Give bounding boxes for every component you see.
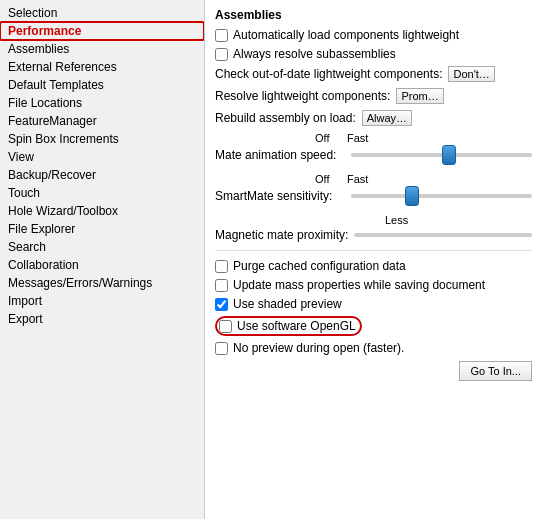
rebuild-button[interactable]: Alway… <box>362 110 412 126</box>
label-always-resolve: Always resolve subassemblies <box>233 47 396 61</box>
checkbox-row-always-resolve: Always resolve subassemblies <box>215 47 532 61</box>
mate-animation-fast-label: Fast <box>347 132 375 144</box>
checkbox-row-auto-load-lightweight: Automatically load components lightweigh… <box>215 28 532 42</box>
resolve-button[interactable]: Prom… <box>396 88 443 104</box>
less-label: Less <box>385 214 408 226</box>
checkbox-row-purge: Purge cached configuration data <box>215 259 532 273</box>
section-title: Assemblies <box>215 8 532 22</box>
check-out-button[interactable]: Don't… <box>448 66 494 82</box>
resolve-label: Resolve lightweight components: <box>215 89 390 103</box>
sidebar-item-featuremanager[interactable]: FeatureManager <box>0 112 204 130</box>
goto-button[interactable]: Go To In... <box>459 361 532 381</box>
checkbox-purge[interactable] <box>215 260 228 273</box>
smartmate-fast-label: Fast <box>347 173 375 185</box>
mate-animation-label: Mate animation speed: <box>215 148 345 162</box>
sidebar-item-spin-box-increments[interactable]: Spin Box Increments <box>0 130 204 148</box>
bottom-row: Go To In... <box>215 361 532 381</box>
smartmate-off-label: Off <box>315 173 343 185</box>
circled-wrapper-use-software: Use software OpenGL <box>215 316 362 336</box>
sidebar-item-performance[interactable]: Performance <box>0 22 204 40</box>
label-update-mass: Update mass properties while saving docu… <box>233 278 485 292</box>
checkbox-row-use-shaded: Use shaded preview <box>215 297 532 311</box>
sidebar: SelectionPerformanceAssembliesExternal R… <box>0 0 205 519</box>
smartmate-labels: OffFast <box>215 173 532 185</box>
sidebar-item-import[interactable]: Import <box>0 292 204 310</box>
sidebar-item-backup-recover[interactable]: Backup/Recover <box>0 166 204 184</box>
sidebar-item-messages-errors-warnings[interactable]: Messages/Errors/Warnings <box>0 274 204 292</box>
smartmate-container: OffFastSmartMate sensitivity: <box>215 173 532 206</box>
mate-animation-off-label: Off <box>315 132 343 144</box>
mate-animation-row: Mate animation speed: <box>215 145 532 165</box>
checkbox-use-software[interactable] <box>219 320 232 333</box>
sidebar-item-collaboration[interactable]: Collaboration <box>0 256 204 274</box>
checkbox-use-shaded[interactable] <box>215 298 228 311</box>
sidebar-item-hole-wizard-toolbox[interactable]: Hole Wizard/Toolbox <box>0 202 204 220</box>
magnetic-mate-track[interactable] <box>354 233 532 237</box>
sidebar-item-file-locations[interactable]: File Locations <box>0 94 204 112</box>
smartmate-label: SmartMate sensitivity: <box>215 189 345 203</box>
sidebar-item-assemblies[interactable]: Assemblies <box>0 40 204 58</box>
checkbox-row-update-mass: Update mass properties while saving docu… <box>215 278 532 292</box>
label-use-software: Use software OpenGL <box>237 319 356 333</box>
sidebar-item-touch[interactable]: Touch <box>0 184 204 202</box>
resolve-row: Resolve lightweight components:Prom… <box>215 88 532 104</box>
mate-animation-container: OffFastMate animation speed: <box>215 132 532 165</box>
checkbox-auto-load-lightweight[interactable] <box>215 29 228 42</box>
smartmate-row: SmartMate sensitivity: <box>215 186 532 206</box>
mate-animation-track[interactable] <box>351 145 532 165</box>
label-purge: Purge cached configuration data <box>233 259 406 273</box>
smartmate-thumb[interactable] <box>405 186 419 206</box>
rebuild-label: Rebuild assembly on load: <box>215 111 356 125</box>
sidebar-item-default-templates[interactable]: Default Templates <box>0 76 204 94</box>
sidebar-item-search[interactable]: Search <box>0 238 204 256</box>
magnetic-mate-label: Magnetic mate proximity: <box>215 228 348 242</box>
sidebar-item-selection[interactable]: Selection <box>0 4 204 22</box>
sidebar-item-external-references[interactable]: External References <box>0 58 204 76</box>
sidebar-item-file-explorer[interactable]: File Explorer <box>0 220 204 238</box>
label-auto-load-lightweight: Automatically load components lightweigh… <box>233 28 459 42</box>
rebuild-row: Rebuild assembly on load:Alway… <box>215 110 532 126</box>
label-no-preview: No preview during open (faster). <box>233 341 404 355</box>
checkbox-no-preview[interactable] <box>215 342 228 355</box>
smartmate-track[interactable] <box>351 186 532 206</box>
sidebar-item-export[interactable]: Export <box>0 310 204 328</box>
checkbox-row-no-preview: No preview during open (faster). <box>215 341 532 355</box>
mate-animation-labels: OffFast <box>215 132 532 144</box>
content-panel: AssembliesAutomatically load components … <box>205 0 542 519</box>
less-label-container: Less <box>215 214 532 226</box>
check-out-row: Check out-of-date lightweight components… <box>215 66 532 82</box>
checkbox-update-mass[interactable] <box>215 279 228 292</box>
sidebar-item-view[interactable]: View <box>0 148 204 166</box>
check-out-label: Check out-of-date lightweight components… <box>215 67 442 81</box>
checkbox-always-resolve[interactable] <box>215 48 228 61</box>
magnetic-mate-row: Magnetic mate proximity: <box>215 228 532 242</box>
mate-animation-thumb[interactable] <box>442 145 456 165</box>
checkbox-row-use-software: Use software OpenGL <box>215 316 532 336</box>
label-use-shaded: Use shaded preview <box>233 297 342 311</box>
